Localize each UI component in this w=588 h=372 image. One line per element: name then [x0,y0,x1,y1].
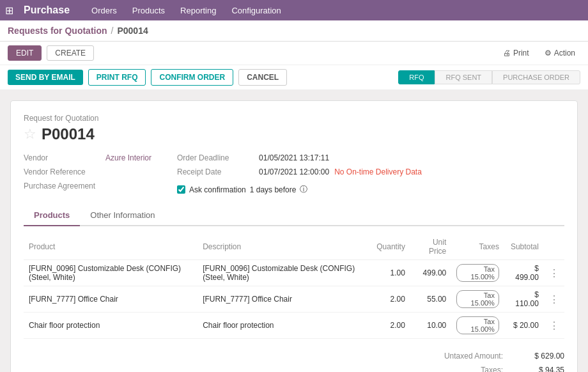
cell-product: [FURN_0096] Customizable Desk (CONFIG) (… [24,260,197,286]
purchase-agreement-label: Purchase Agreement [24,182,100,190]
taxes-row: Taxes: $ 94.35 [398,363,564,372]
untaxed-row: Untaxed Amount: $ 629.00 [398,349,564,363]
pipeline-step-rfq[interactable]: RFQ [398,70,435,84]
cell-menu[interactable]: ⋮ [544,313,564,339]
star-icon[interactable]: ☆ [24,126,36,143]
products-tbody: [FURN_0096] Customizable Desk (CONFIG) (… [24,260,564,339]
navbar: ⊞ Purchase Orders Products Reporting Con… [0,0,588,20]
cell-subtotal: $ 110.00 [504,286,544,313]
vendor-value[interactable]: Azure Interior [105,153,151,162]
nav-reporting[interactable]: Reporting [174,3,222,18]
col-product: Product [24,234,197,260]
tax-badge: Tax 15.00% [456,316,499,334]
cell-menu[interactable]: ⋮ [544,260,564,286]
no-on-time-label: No On-time Delivery Data [334,167,422,176]
table-row[interactable]: [FURN_0096] Customizable Desk (CONFIG) (… [24,260,564,286]
action-bar: EDIT CREATE 🖨 Print ⚙ Action [0,42,588,65]
table-row[interactable]: Chair floor protection Chair floor prote… [24,313,564,339]
brand-name: Purchase [24,4,70,16]
order-deadline-label: Order Deadline [177,153,254,162]
col-subtotal: Subtotal [504,234,544,260]
pipeline-step-purchase-order[interactable]: PURCHASE ORDER [492,70,580,84]
totals-table: Untaxed Amount: $ 629.00 Taxes: $ 94.35 … [398,349,564,372]
row-menu-icon[interactable]: ⋮ [549,320,559,331]
pipeline-step-rfq-sent[interactable]: RFQ SENT [435,70,492,84]
col-taxes: Taxes [451,234,504,260]
row-menu-icon[interactable]: ⋮ [549,268,559,279]
right-fields: Order Deadline 01/05/2021 13:17:11 Recei… [177,153,422,195]
col-unit-price: Unit Price [410,234,451,260]
nav-configuration[interactable]: Configuration [225,3,287,18]
create-button[interactable]: CREATE [47,45,94,61]
receipt-date-field: Receipt Date 01/07/2021 12:00:00 No On-t… [177,167,422,176]
grid-icon[interactable]: ⊞ [5,4,13,17]
order-deadline-value: 01/05/2021 13:17:11 [259,153,329,162]
tax-badge: Tax 15.00% [456,290,499,308]
vendor-ref-label: Vendor Reference [24,167,100,176]
cell-unit-price: 10.00 [410,313,451,339]
gear-icon: ⚙ [545,49,552,58]
ask-confirmation-label: Ask confirmation [189,185,246,194]
printer-icon: 🖨 [503,49,511,58]
vendor-ref-field: Vendor Reference [24,167,151,176]
order-deadline-field: Order Deadline 01/05/2021 13:17:11 [177,153,422,162]
pipeline: RFQ RFQ SENT PURCHASE ORDER [398,70,580,84]
left-fields: Vendor Azure Interior Vendor Reference P… [24,153,151,195]
request-label: Request for Quotation [24,114,564,123]
purchase-agreement-field: Purchase Agreement [24,182,151,190]
breadcrumb-parent[interactable]: Requests for Quotation [8,26,107,36]
totals-section: Untaxed Amount: $ 629.00 Taxes: $ 94.35 … [24,349,564,372]
fields-row: Vendor Azure Interior Vendor Reference P… [24,153,564,195]
action-button[interactable]: ⚙ Action [539,46,580,60]
breadcrumb: Requests for Quotation / P00014 [0,20,588,42]
cell-quantity: 2.00 [371,286,410,313]
vendor-field: Vendor Azure Interior [24,153,151,162]
receipt-date-label: Receipt Date [177,167,254,176]
table-row[interactable]: [FURN_7777] Office Chair [FURN_7777] Off… [24,286,564,313]
ask-confirmation-checkbox[interactable] [177,185,185,194]
cell-product: Chair floor protection [24,313,197,339]
vendor-label: Vendor [24,153,100,162]
cell-subtotal: $ 499.00 [504,260,544,286]
print-action-group: 🖨 Print ⚙ Action [498,46,580,60]
ask-confirmation-days: 1 days before [250,185,297,194]
tab-products[interactable]: Products [24,205,80,226]
cell-taxes: Tax 15.00% [451,260,504,286]
cell-taxes: Tax 15.00% [451,286,504,313]
tax-badge: Tax 15.00% [456,264,499,282]
tab-other-information[interactable]: Other Information [80,205,165,226]
nav-products[interactable]: Products [126,3,171,18]
edit-button[interactable]: EDIT [8,45,42,61]
col-quantity: Quantity [371,234,410,260]
taxes-value: $ 94.35 [513,366,564,372]
cell-unit-price: 55.00 [410,286,451,313]
po-header: ☆ P00014 [24,125,564,143]
cell-description: Chair floor protection [197,313,371,339]
cell-description: [FURN_0096] Customizable Desk (CONFIG) (… [197,260,371,286]
main-content: Request for Quotation ☆ P00014 Vendor Az… [0,90,588,372]
cell-unit-price: 499.00 [410,260,451,286]
untaxed-label: Untaxed Amount: [398,352,513,360]
table-header: Product Description Quantity Unit Price … [24,234,564,260]
po-number: P00014 [42,125,95,143]
row-menu-icon[interactable]: ⋮ [549,294,559,305]
cancel-button[interactable]: CANCEL [238,69,287,86]
status-bar: SEND BY EMAIL PRINT RFQ CONFIRM ORDER CA… [0,65,588,90]
untaxed-value: $ 629.00 [513,352,564,360]
nav-orders[interactable]: Orders [85,3,123,18]
col-description: Description [197,234,371,260]
send-email-button[interactable]: SEND BY EMAIL [8,70,83,85]
info-icon: ⓘ [300,184,307,195]
breadcrumb-current: P00014 [117,26,148,36]
breadcrumb-separator: / [111,26,114,36]
cell-menu[interactable]: ⋮ [544,286,564,313]
confirm-order-button[interactable]: CONFIRM ORDER [151,69,233,86]
cell-taxes: Tax 15.00% [451,313,504,339]
cell-quantity: 1.00 [371,260,410,286]
cell-subtotal: $ 20.00 [504,313,544,339]
print-button[interactable]: 🖨 Print [498,46,534,60]
receipt-date-value: 01/07/2021 12:00:00 [259,167,329,176]
cell-quantity: 2.00 [371,313,410,339]
print-rfq-button[interactable]: PRINT RFQ [88,69,146,86]
col-actions [544,234,564,260]
